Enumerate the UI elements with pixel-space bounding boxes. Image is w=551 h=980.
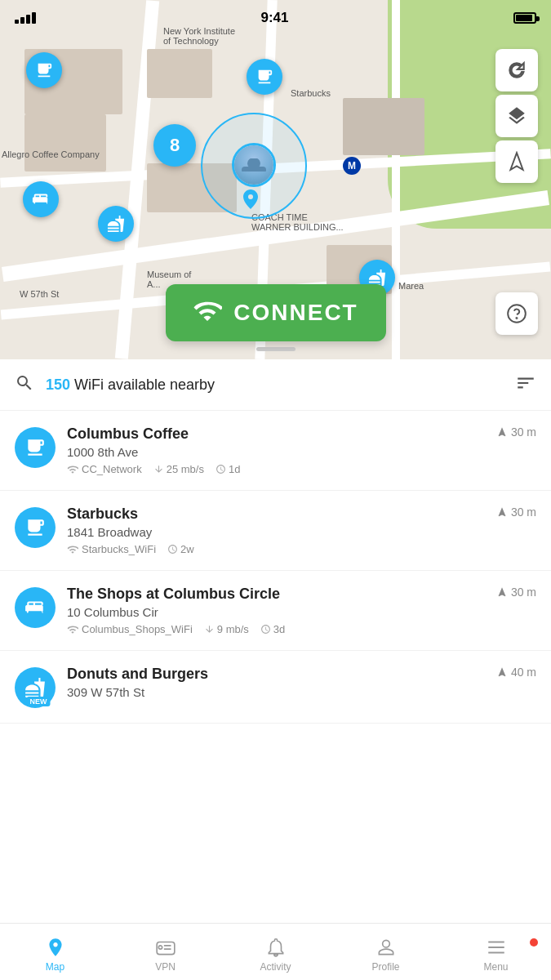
search-summary: 150 WiFi available nearby: [46, 376, 507, 394]
road-vertical-3: [392, 0, 400, 359]
svg-point-3: [508, 305, 526, 323]
svg-point-4: [516, 318, 517, 318]
wifi-item-name: Columbus Coffee: [67, 425, 471, 443]
building-6: [343, 98, 424, 155]
wifi-meta-time-2: 2w: [167, 543, 194, 555]
wifi-item-right-4: 40 m: [471, 666, 536, 679]
wifi-meta-ssid: CC_Network: [67, 463, 142, 475]
wifi-item[interactable]: Columbus Coffee 1000 8th Ave CC_Network …: [0, 411, 551, 491]
connect-button[interactable]: CONNECT: [166, 284, 386, 341]
map-label-57th: W 57th St: [20, 289, 59, 299]
nav-item-vpn[interactable]: VPN: [110, 932, 220, 973]
building-2: [147, 49, 212, 98]
signal-strength: [15, 12, 36, 24]
wifi-meta-speed-3: 9 mb/s: [204, 623, 249, 635]
wifi-item-meta-3: Columbus_Shops_WiFi 9 mb/s 3d: [67, 623, 471, 635]
wifi-meta-speed: 25 mb/s: [153, 463, 204, 475]
battery-indicator: [513, 12, 536, 24]
wifi-item[interactable]: Starbucks 1841 Broadway Starbucks_WiFi 2…: [0, 491, 551, 571]
wifi-item-address-4: 309 W 57th St: [67, 685, 471, 699]
wifi-item-body-2: Starbucks 1841 Broadway Starbucks_WiFi 2…: [67, 506, 471, 555]
menu-notification-dot: [530, 938, 538, 947]
nav-item-activity[interactable]: Activity: [220, 932, 331, 973]
nav-label-menu: Menu: [483, 961, 508, 973]
wifi-count-label: WiFi available nearby: [70, 376, 215, 393]
map-pin-cluster[interactable]: 8: [153, 124, 196, 167]
wifi-item-body: Columbus Coffee 1000 8th Ave CC_Network …: [67, 425, 471, 475]
wifi-item-meta-2: Starbucks_WiFi 2w: [67, 543, 471, 555]
wifi-item-right-3: 30 m: [471, 586, 536, 599]
map-view[interactable]: New York Instituteof Technology Starbuck…: [0, 0, 551, 359]
wifi-item-address: 1000 8th Ave: [67, 445, 471, 459]
wifi-item-distance: 30 m: [496, 425, 536, 439]
status-time: 9:41: [260, 10, 288, 26]
svg-rect-1: [242, 167, 266, 172]
nav-label-map: Map: [46, 961, 64, 973]
wifi-item-icon-coffee: [15, 427, 56, 468]
wifi-item-address-2: 1841 Broadway: [67, 525, 471, 539]
map-controls: [495, 49, 538, 183]
refresh-button[interactable]: [495, 49, 538, 91]
status-bar: 9:41: [0, 0, 551, 36]
nav-item-menu[interactable]: Menu: [441, 932, 551, 973]
map-pin-fork-1[interactable]: [98, 206, 134, 242]
wifi-item-right-2: 30 m: [471, 506, 536, 519]
building-3: [24, 114, 106, 172]
svg-marker-2: [510, 153, 522, 170]
wifi-item-name-4: Donuts and Burgers: [67, 666, 471, 683]
user-location-dot: [243, 189, 258, 212]
drag-handle[interactable]: [256, 347, 295, 351]
search-icon-wrap[interactable]: [15, 373, 34, 396]
wifi-item-name-3: The Shops at Columbus Circle: [67, 586, 471, 603]
new-badge: NEW: [27, 697, 51, 706]
help-button[interactable]: [495, 292, 538, 335]
wifi-item-icon-sofa: [15, 587, 56, 628]
wifi-icon-connect: [193, 296, 222, 329]
wifi-count: 150: [46, 376, 70, 393]
layers-button[interactable]: [495, 95, 538, 137]
map-pin-lounge[interactable]: [23, 181, 59, 217]
wifi-item-body-4: Donuts and Burgers 309 W 57th St: [67, 666, 471, 703]
search-row: 150 WiFi available nearby: [0, 359, 551, 411]
wifi-meta-time-3: 3d: [260, 623, 285, 635]
map-pin-coffee-starbucks[interactable]: [247, 59, 282, 95]
wifi-item[interactable]: NEW Donuts and Burgers 309 W 57th St 40 …: [0, 651, 551, 724]
user-avatar: [232, 143, 276, 187]
wifi-item-distance-4: 40 m: [496, 666, 536, 679]
wifi-item-address-3: 10 Columbus Cir: [67, 605, 471, 619]
nav-label-activity: Activity: [260, 961, 291, 973]
wifi-item-distance-3: 30 m: [496, 586, 536, 599]
wifi-meta-time: 1d: [216, 463, 240, 475]
nav-label-profile: Profile: [371, 961, 399, 973]
wifi-item-icon-fork: NEW: [15, 667, 56, 708]
wifi-meta-ssid-3: Columbus_Shops_WiFi: [67, 623, 193, 635]
navigate-button[interactable]: [495, 140, 538, 183]
subway-icon: M: [343, 157, 361, 175]
wifi-item-distance-2: 30 m: [496, 506, 536, 519]
wifi-item-right: 30 m: [471, 425, 536, 439]
nav-label-vpn: VPN: [155, 961, 176, 973]
connect-label: CONNECT: [233, 300, 358, 326]
map-label-allegro: Allegro Coffee Company: [2, 149, 100, 159]
wifi-item-body-3: The Shops at Columbus Circle 10 Columbus…: [67, 586, 471, 635]
bottom-nav: Map VPN Activity Profile Menu: [0, 923, 551, 980]
map-label-starbucks: Starbucks: [291, 88, 331, 98]
filter-button[interactable]: [515, 372, 536, 397]
wifi-item-icon-coffee-2: [15, 507, 56, 548]
nav-item-map[interactable]: Map: [0, 932, 110, 973]
wifi-item-name-2: Starbucks: [67, 506, 471, 523]
wifi-item[interactable]: The Shops at Columbus Circle 10 Columbus…: [0, 571, 551, 651]
map-pin-coffee-1[interactable]: [26, 52, 62, 88]
map-label-marea: Marea: [398, 281, 424, 291]
content-area: 150 WiFi available nearby Columbus Coffe…: [0, 359, 551, 923]
wifi-item-meta: CC_Network 25 mb/s 1d: [67, 463, 471, 475]
wifi-meta-ssid-2: Starbucks_WiFi: [67, 543, 156, 555]
nav-item-profile[interactable]: Profile: [331, 932, 441, 973]
